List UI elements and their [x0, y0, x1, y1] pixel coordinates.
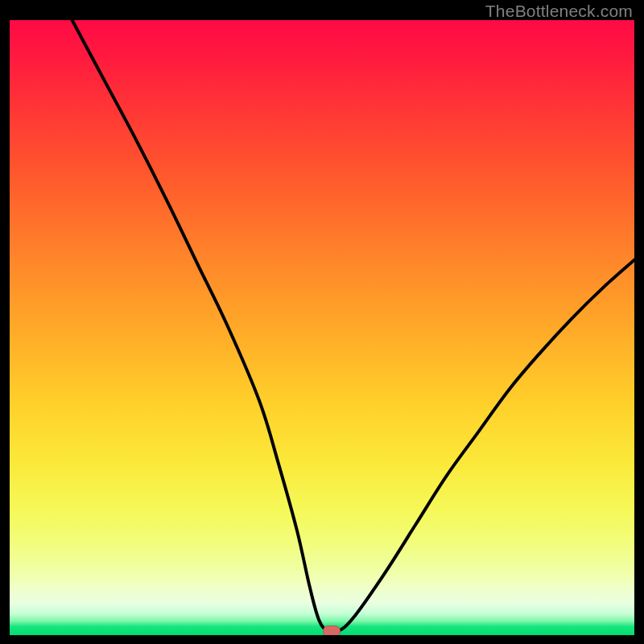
minimum-marker [323, 625, 341, 635]
plot-area [10, 20, 634, 635]
curve-path [72, 20, 634, 634]
stage: TheBottleneck.com [0, 0, 644, 644]
watermark-text: TheBottleneck.com [485, 2, 633, 21]
plot-frame [10, 20, 634, 635]
bottleneck-curve [10, 20, 634, 635]
